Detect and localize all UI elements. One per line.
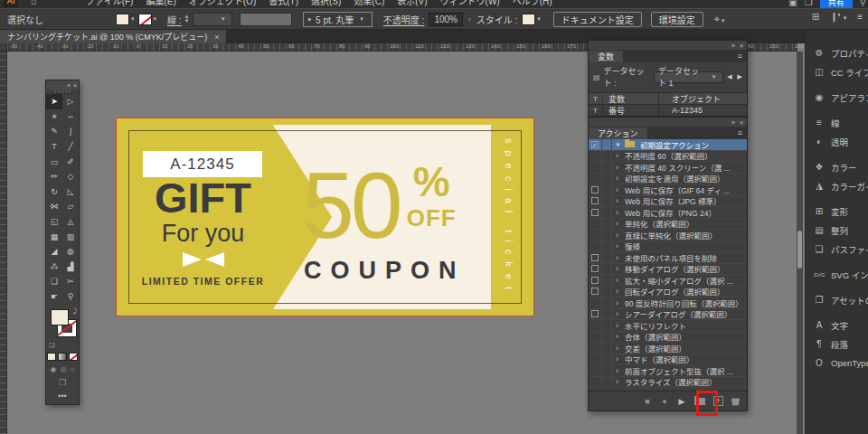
stroke-weight-select[interactable]: ▾ (193, 13, 232, 26)
menu-item[interactable]: 効果(C) (354, 0, 384, 7)
dialog-toggle-column[interactable] (602, 241, 612, 252)
dialog-toggle-column[interactable] (602, 151, 612, 162)
blend-tool[interactable]: ◍ (62, 244, 79, 259)
variable-row[interactable]: T 番号 A-12345 (589, 105, 747, 117)
rectangle-tool[interactable]: ▭ (46, 154, 62, 169)
preferences-button[interactable]: 環境設定 (651, 12, 703, 27)
style-caret-icon[interactable]: ▾ (537, 15, 541, 23)
brush-preview[interactable] (240, 13, 292, 26)
actions-tab[interactable]: アクション (589, 127, 647, 139)
action-toggle[interactable] (591, 265, 599, 272)
dialog-toggle-column[interactable] (602, 162, 612, 173)
action-toggle[interactable] (591, 152, 599, 159)
brush-definition-select[interactable]: • 5 pt. 丸筆 ▾ (303, 12, 373, 27)
expand-arrow-icon[interactable]: › (616, 219, 622, 228)
stroke-color-swatch[interactable] (138, 14, 152, 25)
lasso-tool[interactable]: ∽ (62, 109, 79, 125)
dialog-toggle-column[interactable] (602, 365, 612, 376)
opacity-label[interactable]: 不透明度 : (383, 13, 425, 26)
stroke-caret-icon[interactable]: ▾ (154, 15, 157, 23)
stop-playing-icon[interactable]: ■ (643, 397, 652, 406)
variables-close-icon[interactable]: × (740, 42, 743, 49)
expand-arrow-icon[interactable]: › (616, 276, 622, 285)
expand-arrow-icon[interactable]: › (616, 344, 622, 353)
shape-builder-tool[interactable]: ◱ (46, 214, 62, 230)
action-toggle[interactable] (591, 277, 599, 284)
action-toggle[interactable] (591, 175, 599, 182)
dialog-toggle-column[interactable] (602, 252, 612, 263)
dialog-toggle-column[interactable] (602, 354, 612, 365)
document-tab[interactable]: ナンバリングチケット.ai @ 100 % (CMYK/プレビュー) × (0, 30, 226, 43)
action-row[interactable]: › 不透明度 40 スクリーン（選 ... (589, 162, 747, 174)
stroke-weight-stepper[interactable]: ▲▼ (184, 14, 190, 24)
style-swatch[interactable] (522, 14, 535, 25)
action-toggle[interactable] (591, 322, 599, 329)
none-button[interactable] (69, 353, 78, 361)
menu-item[interactable]: 編集(E) (146, 0, 175, 7)
action-toggle[interactable] (591, 378, 599, 385)
action-row[interactable]: › 単純化（選択範囲） (589, 219, 747, 231)
coupon-artwork[interactable]: special ticket A-12345 GIFT For you LIMI… (117, 118, 533, 316)
dialog-toggle-column[interactable] (602, 287, 612, 297)
column-graph-tool[interactable]: ▟ (62, 259, 79, 275)
expand-arrow-icon[interactable]: › (616, 196, 622, 205)
action-row[interactable]: › 直線に単純化（選択範囲） (589, 230, 747, 241)
dialog-toggle-column[interactable] (602, 377, 612, 388)
direct-selection-tool[interactable]: ▷ (62, 94, 79, 109)
rotate-tool[interactable]: ↻ (46, 184, 62, 200)
action-row[interactable]: › 不透明度 60（選択範囲） (589, 151, 747, 163)
action-toggle[interactable] (591, 186, 599, 193)
menu-item[interactable]: オブジェクト(O) (189, 0, 256, 7)
action-toggle[interactable] (591, 254, 599, 261)
draw-inside-icon[interactable]: ○ (71, 365, 75, 373)
action-row[interactable]: › 移動ダイアログ（選択範囲） (589, 264, 747, 276)
expand-arrow-icon[interactable]: › (616, 151, 622, 160)
action-toggle[interactable]: ✓ (591, 141, 599, 148)
expand-arrow-icon[interactable]: › (616, 264, 622, 273)
fill-color-swatch[interactable] (116, 14, 129, 25)
search-icon[interactable]: ⚲ (860, 0, 866, 7)
dock-item-align[interactable]: ▤ 整列 (806, 221, 868, 240)
doc-layout-icon[interactable]: ❐ (805, 0, 813, 7)
draw-normal-icon[interactable]: ◉ (51, 365, 57, 373)
action-toggle[interactable] (591, 231, 599, 239)
toolbar-collapse-icon[interactable]: » (67, 82, 71, 89)
arrange-docs-icon[interactable]: ▣ (788, 0, 797, 7)
dialog-toggle-column[interactable] (602, 297, 612, 308)
action-row[interactable]: › 回転ダイアログ（選択範囲） (589, 287, 747, 298)
action-row[interactable]: › 前面オブジェクト型抜（選択 ... (589, 365, 747, 377)
expand-arrow-icon[interactable]: › (616, 163, 622, 172)
paintbrush-tool[interactable]: ✐ (62, 154, 79, 169)
action-toggle[interactable] (591, 288, 599, 295)
dock-item-svg-interactivity[interactable]: SVG SVG インタ... (806, 265, 868, 284)
dataset-select[interactable]: データセット 1 ▾ (654, 71, 723, 83)
symbol-sprayer-tool[interactable]: ⁂ (46, 259, 62, 275)
action-row[interactable]: › シアーダイアログ（選択範囲） (589, 309, 747, 321)
share-button[interactable]: 共有 (820, 0, 853, 8)
action-row[interactable]: › 未使用のパネル項目を削除 (589, 252, 747, 264)
illustrator-logo[interactable]: Ai (4, 0, 18, 7)
slice-tool[interactable]: ✂ (62, 274, 79, 289)
actions-menu-icon[interactable]: ≡ (738, 128, 742, 137)
isolate-selected-icon[interactable]: ⌖▾ (714, 14, 729, 25)
expand-arrow-icon[interactable]: › (616, 309, 622, 318)
action-toggle[interactable] (591, 209, 599, 216)
dock-item-pathfinder[interactable]: ❏ パスファイン... (806, 240, 868, 259)
stroke-weight-label[interactable]: 線 : (167, 13, 182, 26)
expand-arrow-icon[interactable]: › (616, 208, 622, 217)
swap-fill-stroke-icon[interactable]: ⤸ (73, 307, 77, 315)
perspective-grid-tool[interactable]: ◬ (62, 214, 79, 230)
action-toggle[interactable] (591, 355, 599, 363)
dataset-next-icon[interactable]: ▶ (738, 73, 742, 80)
vertical-ruler[interactable] (0, 52, 7, 434)
expand-arrow-icon[interactable]: › (616, 366, 622, 375)
action-toggle[interactable] (591, 333, 599, 340)
draw-behind-icon[interactable]: ◎ (61, 365, 67, 373)
pen-tool[interactable]: ✎ (46, 124, 62, 139)
action-row[interactable]: › Web 用に保存（JPG 標準） (589, 196, 747, 208)
action-toggle[interactable] (591, 242, 599, 250)
menu-item[interactable]: 書式(T) (269, 0, 298, 7)
variables-menu-icon[interactable]: ≡ (738, 52, 742, 61)
panel-menu-icon[interactable]: ≡ (857, 12, 863, 22)
menu-item[interactable]: 選択(S) (311, 0, 341, 7)
